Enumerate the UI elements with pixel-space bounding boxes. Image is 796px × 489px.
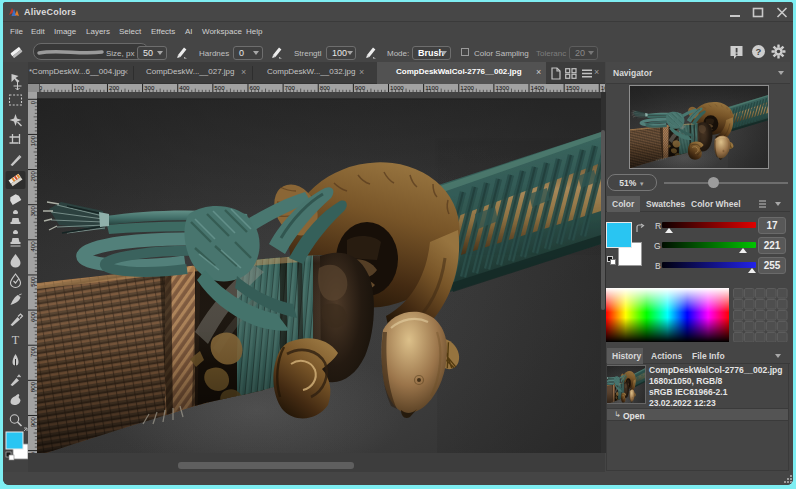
svg-text:800: 800 bbox=[29, 381, 36, 392]
svg-text:500: 500 bbox=[29, 276, 36, 287]
svg-text:300: 300 bbox=[29, 206, 36, 217]
svg-text:400: 400 bbox=[29, 241, 36, 252]
svg-text:600: 600 bbox=[29, 311, 36, 322]
svg-text:900: 900 bbox=[29, 416, 36, 427]
svg-text:100: 100 bbox=[29, 135, 36, 146]
svg-text:700: 700 bbox=[29, 346, 36, 357]
svg-text:200: 200 bbox=[29, 171, 36, 182]
svg-text:?: ? bbox=[756, 46, 762, 57]
svg-text:T: T bbox=[12, 333, 20, 347]
svg-text:0: 0 bbox=[29, 100, 36, 104]
